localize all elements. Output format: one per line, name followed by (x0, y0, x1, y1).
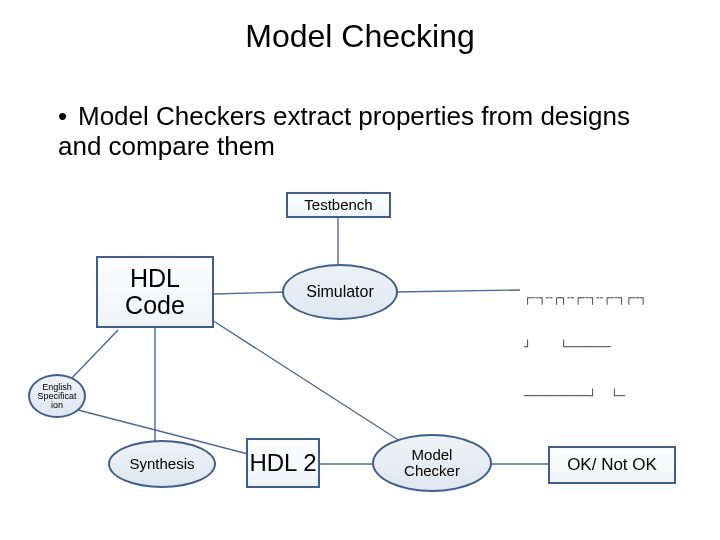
page-title: Model Checking (0, 18, 720, 55)
waveform-line3: ─────────┘ └─ (524, 388, 647, 404)
node-testbench: Testbench (286, 192, 391, 218)
node-hdl-code: HDL Code (96, 256, 214, 328)
svg-line-4 (70, 330, 118, 380)
node-english-spec: English Specificat ion (28, 374, 86, 418)
node-synthesis: Synthesis (108, 440, 216, 488)
node-ok-result: OK/ Not OK (548, 446, 676, 484)
waveform-line1: ┌╌┐╌┌┐╌┌╌┐╌┌╌┐┌╌┐ (524, 290, 647, 306)
svg-line-1 (213, 292, 288, 294)
svg-line-6 (212, 320, 414, 450)
bullet-content: Model Checkers extract properties from d… (58, 101, 630, 161)
bullet-text: •Model Checkers extract properties from … (58, 102, 680, 162)
node-simulator: Simulator (282, 264, 398, 320)
svg-line-2 (394, 290, 520, 292)
waveform-output: ┌╌┐╌┌┐╌┌╌┐╌┌╌┐┌╌┐ ┘ └────── ─────────┘ └… (524, 258, 647, 420)
node-hdl2: HDL 2 (246, 438, 320, 488)
node-model-checker: Model Checker (372, 434, 492, 492)
waveform-line2: ┘ └────── (524, 339, 647, 355)
